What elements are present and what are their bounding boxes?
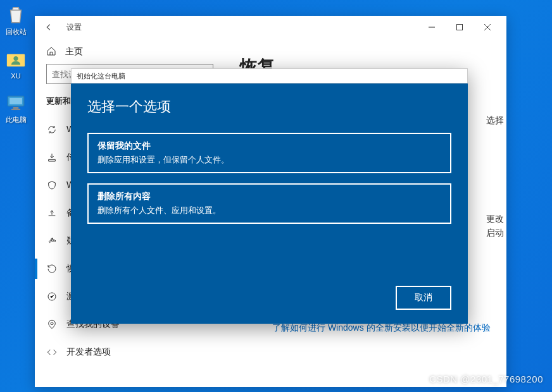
activation-icon [46,291,58,302]
svg-point-1 [13,56,18,61]
desktop-icon-this-pc[interactable]: 此电脑 [1,91,30,125]
option-remove-everything[interactable]: 删除所有内容 删除所有个人文件、应用和设置。 [87,183,451,224]
dialog-titlebar: 初始化这台电脑 [71,68,468,83]
option-title: 删除所有内容 [97,191,441,202]
fresh-install-link[interactable]: 了解如何进行 Windows 的全新安装以便开始全新的体验 [272,322,491,334]
home-icon [46,46,58,58]
partial-text: 更改 [486,212,504,226]
desktop-icon-label: 回收站 [6,27,27,37]
partial-text: 选择 [486,113,504,127]
maximize-button[interactable] [446,18,474,36]
desktop-icon-recycle-bin[interactable]: 回收站 [1,3,30,37]
this-pc-icon [4,91,27,114]
option-desc: 删除所有个人文件、应用和设置。 [97,205,441,216]
desktop-icon-label: XU [11,72,20,80]
sidebar-item-label: 开发者选项 [66,346,111,358]
desktop-icon-label: 此电脑 [6,115,27,125]
svg-rect-4 [13,107,19,109]
window-title: 设置 [66,22,82,33]
developer-icon [46,346,58,358]
close-button[interactable] [474,18,501,36]
cancel-button[interactable]: 取消 [396,286,451,310]
svg-rect-7 [457,25,463,30]
delivery-icon [46,152,58,163]
svg-rect-3 [9,98,22,104]
sidebar-home[interactable]: 主页 [46,39,213,64]
sidebar-item-developer[interactable]: 开发者选项 [46,338,213,366]
recovery-icon [46,263,58,274]
dialog-title: 初始化这台电脑 [77,71,125,81]
option-desc: 删除应用和设置，但保留个人文件。 [97,154,441,166]
sync-icon [46,124,58,135]
find-device-icon [46,319,58,330]
reset-pc-dialog: 初始化这台电脑 选择一个选项 保留我的文件 删除应用和设置，但保留个人文件。 删… [71,68,468,324]
partial-text: 启动 [486,226,504,240]
watermark: CSDN @2301_77698200 [429,374,543,384]
sidebar-home-label: 主页 [65,46,83,58]
desktop-icons: 回收站 XU 此电脑 [0,0,32,139]
dialog-heading: 选择一个选项 [87,97,451,116]
backup-icon [46,207,58,219]
svg-rect-5 [11,109,20,110]
troubleshoot-icon [46,235,58,247]
option-title: 保留我的文件 [97,140,441,152]
minimize-button[interactable] [418,18,446,36]
dialog-body: 选择一个选项 保留我的文件 删除应用和设置，但保留个人文件。 删除所有内容 删除… [71,83,468,324]
svg-point-11 [51,322,53,325]
user-folder-icon [4,48,27,71]
window-titlebar: 设置 [35,16,506,39]
desktop-icon-user-folder[interactable]: XU [1,48,30,80]
back-button[interactable] [40,18,58,36]
shield-icon [46,180,58,191]
option-keep-files[interactable]: 保留我的文件 删除应用和设置，但保留个人文件。 [87,133,451,173]
recycle-bin-icon [4,3,27,26]
